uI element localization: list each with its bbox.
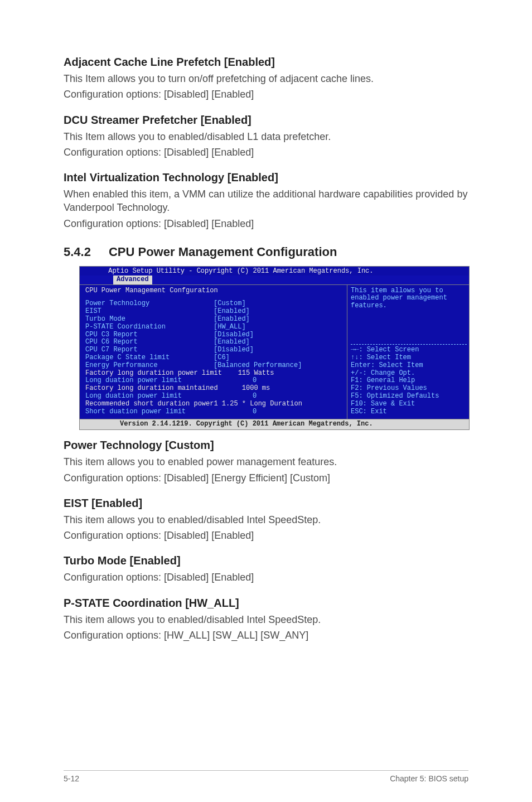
section-powertech: Power Technology [Custom] This item allo… <box>64 439 468 485</box>
bios-tab-advanced[interactable]: Advanced <box>113 276 152 284</box>
bios-row[interactable]: P-STATE Coordination[HW_ALL] <box>85 323 344 331</box>
heading: Intel Virtualization Technology [Enabled… <box>64 171 468 184</box>
paragraph: This item allows you to enabled power ma… <box>64 455 468 468</box>
heading: Adjacent Cache Line Prefetch [Enabled] <box>64 56 468 69</box>
bios-row[interactable]: Short duation power limit0 <box>85 408 344 416</box>
paragraph: Configuration options: [Disabled] [Energ… <box>64 471 468 485</box>
bios-section-title: CPU Power Management Confguration <box>85 287 344 295</box>
subsection-header: 5.4.2 CPU Power Management Configuration <box>64 245 468 259</box>
bios-value: [Balanced Performance] <box>214 362 302 370</box>
bios-row[interactable]: CPU C6 Report[Enabled] <box>85 339 344 346</box>
bios-row[interactable]: Energy Performance[Balanced Performance] <box>85 362 344 370</box>
bios-value: [Disabled] <box>214 346 254 354</box>
bios-label: CPU C3 Report <box>85 331 214 339</box>
bios-value: 0 <box>253 408 257 416</box>
bios-static-line: Recommended short duration power1 1.25 *… <box>85 400 344 408</box>
bios-row[interactable]: Long duation power limit0 <box>85 377 344 385</box>
bios-label: Long duation power limit <box>85 377 253 385</box>
page-number: 5-12 <box>64 774 79 783</box>
bios-header: Aptio Setup Utility - Copyright (C) 2011… <box>80 267 469 276</box>
heading: Power Technology [Custom] <box>64 439 468 452</box>
paragraph: Configuration options: [Disabled] [Enabl… <box>64 571 468 584</box>
bios-label: Short duation power limit <box>85 408 253 416</box>
bios-nav-hint: F1: General Help <box>351 377 467 385</box>
section-dcu: DCU Streamer Prefetcher [Enabled] This I… <box>64 114 468 160</box>
section-pstate: P-STATE Coordination [HW_ALL] This item … <box>64 597 468 642</box>
bios-value: [Enabled] <box>214 339 250 346</box>
bios-row[interactable]: CPU C3 Report[Disabled] <box>85 331 344 339</box>
bios-value: [Disabled] <box>214 331 254 339</box>
bios-value: [Custom] <box>214 300 246 308</box>
bios-header-text: Aptio Setup Utility - Copyright (C) 2011… <box>108 267 373 275</box>
bios-screenshot: Aptio Setup Utility - Copyright (C) 2011… <box>79 266 470 430</box>
bios-nav-hint: F5: Optimized Defaults <box>351 393 467 400</box>
bios-row[interactable]: CPU C7 Report[Disabled] <box>85 346 344 354</box>
bios-row[interactable]: Long duation power limit0 <box>85 393 344 400</box>
bios-value: [HW_ALL] <box>214 323 246 331</box>
bios-label: Long duation power limit <box>85 393 253 400</box>
bios-label: CPU C6 Report <box>85 339 214 346</box>
bios-right-pane: This item allows you to enabled power ma… <box>347 285 469 419</box>
paragraph: This item allows you to enabled/disabled… <box>64 613 468 626</box>
subsection-title: CPU Power Management Configuration <box>109 245 337 259</box>
bios-static-line: Factory long duratiion power limit 115 W… <box>85 370 344 378</box>
heading: DCU Streamer Prefetcher [Enabled] <box>64 114 468 127</box>
paragraph: Configuration options: [Disabled] [Enabl… <box>64 88 468 101</box>
paragraph: Configuration options: [Disabled] [Enabl… <box>64 529 468 542</box>
bios-label: EIST <box>85 308 214 316</box>
paragraph: Configuration options: [Disabled] [Enabl… <box>64 146 468 159</box>
bios-label: Turbo Mode <box>85 316 214 323</box>
bios-row[interactable]: Turbo Mode[Enabled] <box>85 316 344 323</box>
paragraph: This Item allows you to enabled/disabled… <box>64 130 468 143</box>
bios-nav-hint: F2: Previous Values <box>351 385 467 393</box>
bios-nav-hint: +/-: Change Opt. <box>351 370 467 378</box>
bios-value: [C6] <box>214 354 230 362</box>
bios-nav-hint: →←: Select Screen <box>351 346 467 354</box>
bios-nav-hint: ↑↓: Select Item <box>351 354 467 362</box>
section-eist: EIST [Enabled] This item allows you to e… <box>64 497 468 543</box>
bios-nav-hint: F10: Save & Exit <box>351 400 467 408</box>
chapter-label: Chapter 5: BIOS setup <box>390 774 468 783</box>
heading: P-STATE Coordination [HW_ALL] <box>64 597 468 610</box>
bios-label: CPU C7 Report <box>85 346 214 354</box>
bios-row[interactable]: EIST[Enabled] <box>85 308 344 316</box>
bios-label: Power Technology <box>85 300 214 308</box>
bios-label: Package C State limit <box>85 354 214 362</box>
heading: EIST [Enabled] <box>64 497 468 510</box>
section-intelvt: Intel Virtualization Technology [Enabled… <box>64 171 468 230</box>
bios-help-text: This item allows you to enabled power ma… <box>351 287 467 310</box>
divider <box>351 344 467 345</box>
bios-tab-row: Advanced <box>80 276 469 284</box>
paragraph: When enabled this item, a VMM can utiliz… <box>64 187 468 215</box>
bios-nav-hint: Enter: Select Item <box>351 362 467 370</box>
section-turbo: Turbo Mode [Enabled] Configuration optio… <box>64 554 468 584</box>
paragraph: Configuration options: [HW_ALL] [SW_ALL]… <box>64 629 468 642</box>
bios-label: Energy Performance <box>85 362 214 370</box>
bios-value: [Enabled] <box>214 316 250 323</box>
heading: Turbo Mode [Enabled] <box>64 554 468 567</box>
paragraph: Configuration options: [Disabled] [Enabl… <box>64 217 468 230</box>
bios-static-line: Factory long duratiion maintained 1000 m… <box>85 385 344 393</box>
bios-nav-hint: ESC: Exit <box>351 408 467 416</box>
paragraph: This Item allows you to turn on/off pref… <box>64 72 468 85</box>
bios-label: P-STATE Coordination <box>85 323 214 331</box>
bios-value: [Enabled] <box>214 308 250 316</box>
bios-row[interactable]: Power Technology[Custom] <box>85 300 344 308</box>
paragraph: This item allows you to enabled/disabled… <box>64 513 468 526</box>
page-footer: 5-12 Chapter 5: BIOS setup <box>64 770 468 783</box>
section-adjacent: Adjacent Cache Line Prefetch [Enabled] T… <box>64 56 468 102</box>
bios-left-pane: CPU Power Management Confguration Power … <box>80 285 347 419</box>
bios-row[interactable]: Package C State limit[C6] <box>85 354 344 362</box>
bios-footer: Version 2.14.1219. Copyright (C) 2011 Am… <box>80 419 469 429</box>
bios-value: 0 <box>253 377 257 385</box>
subsection-number: 5.4.2 <box>64 245 91 259</box>
bios-value: 0 <box>253 393 257 400</box>
